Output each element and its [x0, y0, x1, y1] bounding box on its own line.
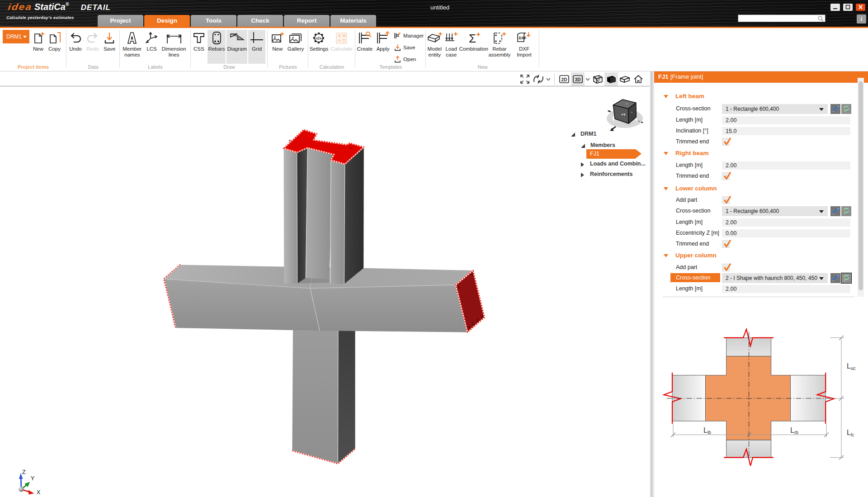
right-beam-trimmed-end-checkbox[interactable] [722, 172, 730, 180]
tab-report[interactable]: Report [284, 15, 330, 27]
left-beam-inclination-field[interactable]: 15.0 [722, 127, 850, 135]
lower-column-cross-section-dropdown[interactable]: 1 - Rectangle 600,400 [722, 206, 828, 216]
axes-triad: Z Y X [19, 469, 41, 496]
rebar-assembly-button[interactable]: Rebarassembly [488, 30, 511, 58]
search-input[interactable] [738, 14, 826, 22]
info-button[interactable]: i [857, 14, 866, 24]
member-names-button[interactable]: Membernames [121, 30, 143, 58]
load-case-button[interactable]: Loadcase [443, 30, 459, 58]
lower-column-add-part-checkbox[interactable] [722, 196, 730, 204]
group-label-new: New [426, 64, 539, 70]
minimize-button[interactable] [830, 4, 840, 11]
tree-expander-members[interactable] [580, 143, 585, 148]
save-icon [103, 31, 116, 45]
lower-column-eccentricity-field[interactable]: 0.00 [722, 229, 850, 237]
tree-item-drm1[interactable]: DRM1 [580, 131, 596, 137]
maximize-icon [845, 5, 851, 10]
trimmed-end-label: Trimmed end [676, 173, 709, 179]
tree-expander-reinforcements[interactable] [580, 172, 585, 178]
tab-project[interactable]: Project [98, 15, 143, 27]
combination-button[interactable]: Σ Combination [459, 30, 488, 58]
tree-item-loads[interactable]: Loads and Combin... [590, 161, 646, 167]
upper-column-sync-cross-section-button[interactable] [841, 273, 851, 283]
dim-label-llc: Llc [847, 429, 854, 437]
section-collapse-right-beam[interactable] [664, 152, 668, 155]
template-manager-button[interactable]: Manager [394, 32, 424, 40]
lcs-button[interactable]: LCS [143, 30, 160, 58]
tree-expander-loads[interactable] [580, 162, 585, 167]
upper-column-add-part-checkbox[interactable] [722, 264, 730, 271]
redo-button[interactable]: Redo [84, 30, 101, 52]
tree-expander-drm1[interactable] [571, 132, 576, 137]
left-beam-cross-section-dropdown[interactable]: 1 - Rectangle 600,400 [722, 104, 828, 114]
section-lower-column: Lower column [675, 185, 717, 192]
calculate-button[interactable]: Calculate [330, 30, 354, 52]
svg-text:z: z [626, 102, 627, 105]
3d-viewport[interactable]: 2D 3D [0, 71, 650, 497]
rebars-toggle-button[interactable]: Rebars [208, 30, 226, 64]
panel-scrollbar[interactable] [858, 78, 864, 297]
tree-item-fj1-selected[interactable]: FJ1 [586, 149, 636, 159]
search-icon [817, 15, 824, 22]
cross-section-label-selected[interactable]: Cross-section [670, 273, 720, 282]
undo-button[interactable]: Undo [67, 30, 84, 52]
save-button[interactable]: Save [101, 30, 118, 52]
panel-separator [663, 297, 854, 297]
grid-toggle-button[interactable]: Grid [248, 30, 265, 64]
lower-column-trimmed-end-checkbox[interactable] [722, 240, 730, 248]
new-picture-button[interactable]: New [269, 30, 286, 52]
apply-template-button[interactable]: Apply [374, 30, 392, 65]
upper-column-cross-section-dropdown[interactable]: 2 - I Shape with haunch 800, 450, 450 [722, 273, 828, 283]
tab-tools[interactable]: Tools [191, 15, 236, 27]
group-label-labels: Labels [120, 64, 191, 70]
left-beam-length-field[interactable]: 2.00 [722, 116, 850, 124]
open-template-button[interactable]: Open [394, 55, 424, 63]
create-template-button[interactable]: Create [356, 30, 374, 65]
app-logo: ideaStatiCa® DETAIL [7, 2, 111, 13]
group-label-pictures: Pictures [268, 64, 308, 70]
tab-design[interactable]: Design [144, 15, 190, 27]
upper-column-edit-cross-section-button[interactable] [830, 273, 840, 283]
diagram-toggle-button[interactable]: Diagram [226, 30, 247, 64]
section-collapse-left-beam[interactable] [664, 95, 668, 98]
upper-column-length-field[interactable]: 2.00 [722, 285, 850, 293]
dimension-lines-button[interactable]: Dimensionlines [160, 30, 187, 58]
3d-scene[interactable]: +Y s z Z Y X [0, 71, 650, 497]
save-template-button[interactable]: Save [394, 43, 424, 52]
logo-product-name: DETAIL [81, 3, 111, 12]
settings-button[interactable]: </> Settings [308, 30, 330, 52]
tree-item-reinforcements[interactable]: Reinforcements [590, 171, 632, 177]
group-label-templates: Templates [355, 64, 426, 70]
panel-scrollbar-thumb[interactable] [859, 81, 863, 290]
lower-column-edit-cross-section-button[interactable] [830, 206, 840, 216]
left-beam-sync-cross-section-button[interactable] [841, 104, 851, 114]
nav-cube[interactable]: +Y s z [607, 99, 643, 131]
refresh-icon [841, 206, 851, 216]
length-label: Length [m] [676, 219, 703, 225]
tab-materials[interactable]: Materials [330, 15, 376, 27]
css-button[interactable]: CSS [191, 30, 207, 64]
panel-title-id: FJ1 [658, 73, 668, 80]
pane-splitter[interactable] [650, 71, 654, 497]
left-beam-edit-cross-section-button[interactable] [830, 104, 840, 114]
close-button[interactable] [856, 4, 865, 11]
right-beam-length-field[interactable]: 2.00 [722, 161, 850, 170]
group-label-project-items: Project items [0, 64, 66, 70]
new-project-item-button[interactable]: New [30, 30, 47, 52]
axis-y-label: Y [31, 475, 35, 482]
lower-column-sync-cross-section-button[interactable] [841, 206, 851, 216]
section-collapse-lower-column[interactable] [664, 187, 668, 190]
section-collapse-upper-column[interactable] [664, 254, 668, 257]
copy-project-item-button[interactable]: Copy [47, 30, 63, 52]
model-entity-button[interactable]: Modelentity [426, 30, 443, 58]
maximize-button[interactable] [843, 4, 853, 11]
tab-check[interactable]: Check [237, 15, 283, 27]
gallery-button[interactable]: Gallery [286, 30, 305, 52]
undo-icon [68, 31, 83, 45]
left-beam-trimmed-end-checkbox[interactable] [722, 138, 730, 146]
lower-column-length-field[interactable]: 2.00 [722, 218, 850, 227]
tree-item-members[interactable]: Members [590, 142, 615, 148]
drm1-dropdown-button[interactable]: DRM1 [3, 30, 29, 43]
check-icon [723, 239, 732, 249]
dxf-import-button[interactable]: DXF DXF Import [511, 30, 538, 58]
